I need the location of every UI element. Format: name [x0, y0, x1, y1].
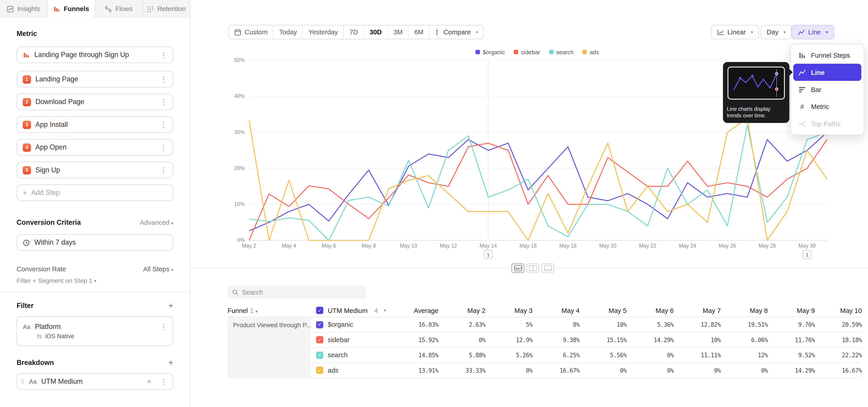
app-window: InsightsFunnelsFlowsRetention Metric Lan…	[0, 0, 868, 407]
chart-type-button[interactable]: Line ▾	[792, 25, 834, 39]
3m-range-button[interactable]: 3M	[388, 26, 409, 39]
funnel-step-landing-page[interactable]: 1Landing Page⋮	[17, 71, 173, 87]
series-name: ads	[328, 367, 338, 374]
menu-item-line[interactable]: Line	[793, 64, 861, 81]
search-input[interactable]	[242, 288, 362, 296]
day-value-cell: 12.9%	[486, 337, 532, 343]
x-axis-tick-label: May 14	[480, 243, 497, 249]
split-horizontal-view-button[interactable]	[512, 264, 524, 273]
tab-flows[interactable]: Flows	[95, 0, 143, 18]
series-checkbox[interactable]: ✓	[316, 367, 323, 374]
series-checkbox[interactable]: ✓	[316, 351, 323, 358]
kebab-menu-icon[interactable]: ⋮	[160, 75, 167, 83]
chart-only-view-button[interactable]	[541, 264, 554, 273]
kebab-menu-icon[interactable]: ⋮	[160, 378, 167, 385]
tab-insights[interactable]: Insights	[0, 0, 48, 18]
day-value-cell: 0%	[627, 352, 674, 358]
close-icon[interactable]: ×	[147, 378, 151, 385]
chevron-down-icon: ▾	[171, 221, 174, 226]
linear-label: Linear	[727, 28, 746, 36]
annotation-badge[interactable]: 1	[803, 250, 811, 259]
funnel-steps-list: 1Landing Page⋮2Download Page⋮3App Instal…	[17, 71, 173, 178]
chevron-down-icon: ▾	[751, 30, 753, 35]
day-column-header[interactable]: May 8	[721, 307, 768, 314]
kebab-menu-icon[interactable]: ⋮	[160, 98, 167, 105]
series-label-cell[interactable]: ✓$organic	[311, 321, 392, 328]
add-step-button[interactable]: + Add Step	[17, 185, 173, 201]
compare-button[interactable]: Compare ▾	[437, 25, 484, 39]
day-value-cell: 11.11%	[674, 352, 721, 358]
select-all-checkbox[interactable]: ✓	[316, 307, 323, 314]
series-checkbox[interactable]: ✓	[316, 321, 323, 328]
tab-retention[interactable]: Retention	[143, 0, 190, 18]
bar-chart-icon	[798, 86, 806, 93]
advanced-dropdown[interactable]: Advanced▾	[140, 219, 174, 226]
chevron-down-icon: ▾	[384, 308, 386, 313]
funnel-group-label: Product Viewed through P...	[233, 322, 311, 328]
add-breakdown-button[interactable]: +	[168, 358, 173, 367]
day-value-cell: 0%	[721, 367, 768, 374]
add-step-label: Add Step	[31, 189, 60, 196]
7d-range-button[interactable]: 7D	[344, 26, 364, 39]
funnel-steps-icon	[798, 51, 806, 59]
kebab-menu-icon[interactable]: ⋮	[160, 166, 167, 174]
custom-range-button[interactable]: Custom	[228, 26, 274, 39]
day-column-header[interactable]: May 4	[532, 307, 580, 314]
all-steps-dropdown[interactable]: All Steps▾	[143, 265, 173, 273]
funnel-step-app-install[interactable]: 3App Install⋮	[17, 116, 173, 133]
split-vertical-view-button[interactable]	[526, 264, 539, 273]
conversion-window-card[interactable]: Within 7 days	[17, 234, 173, 251]
tab-funnels[interactable]: Funnels	[48, 0, 95, 18]
filter-segment-dropdown[interactable]: Filter + Segment on Step 1▾	[17, 277, 173, 284]
6m-range-button[interactable]: 6M	[409, 26, 430, 39]
funnel-step-app-open[interactable]: 4App Open⋮	[17, 139, 173, 156]
plus-icon: +	[23, 189, 27, 197]
day-value-cell: 11.76%	[768, 337, 815, 343]
day-column-header[interactable]: May 3	[486, 307, 532, 314]
filter-item-platform[interactable]: Aa Platform ⋮ Is iOS Native	[17, 316, 173, 346]
menu-item-metric[interactable]: #Metric	[793, 98, 861, 115]
chart-line-sidebar[interactable]	[249, 139, 827, 240]
funnel-step-sign-up[interactable]: 5Sign Up⋮	[17, 162, 173, 178]
day-column-header[interactable]: May 6	[627, 307, 674, 314]
average-column-header[interactable]: Average	[391, 307, 438, 314]
day-value-cell: 16.67%	[532, 367, 580, 374]
annotation-badge[interactable]: 1	[484, 250, 493, 259]
query-builder-sidebar: Metric Landing Page through Sign Up ⋮ 1L…	[0, 18, 190, 407]
day-column-header[interactable]: May 7	[674, 307, 721, 314]
granularity-day-button[interactable]: Day ▾	[761, 25, 792, 39]
funnel-step-download-page[interactable]: 2Download Page⋮	[17, 94, 173, 110]
kebab-menu-icon[interactable]: ⋮	[160, 144, 167, 151]
kebab-menu-icon[interactable]: ⋮	[160, 323, 167, 330]
drag-handle-icon[interactable]: ⠿	[21, 378, 25, 385]
retention-icon	[147, 5, 154, 12]
breakdown-item-utm-medium[interactable]: ⠿ Aa UTM Medium × ⋮	[17, 373, 173, 390]
funnel-group-cell[interactable]: Product Viewed through P...	[228, 317, 311, 378]
average-value-cell: 13.91%	[391, 367, 438, 374]
menu-item-funnel-steps[interactable]: Funnel Steps	[793, 46, 861, 64]
30d-range-button[interactable]: 30D	[364, 26, 388, 39]
chevron-down-icon: ▾	[476, 30, 478, 35]
day-column-header[interactable]: May 10	[815, 307, 862, 314]
linear-scale-button[interactable]: Linear ▾	[711, 25, 759, 39]
day-column-header[interactable]: May 9	[768, 307, 815, 314]
series-label-cell[interactable]: ✓sidebar	[311, 336, 392, 344]
breakdown-column-header[interactable]: ✓UTM Medium4▾	[311, 307, 392, 314]
series-label-cell[interactable]: ✓search	[311, 351, 392, 359]
chart-line-search[interactable]	[249, 125, 827, 240]
metric-card[interactable]: Landing Page through Sign Up ⋮	[17, 46, 173, 63]
day-value-cell: 22.22%	[815, 352, 862, 358]
yesterday-range-button[interactable]: Yesterday	[303, 26, 344, 39]
day-column-header[interactable]: May 2	[438, 307, 486, 314]
chart-type-label: Line	[808, 28, 821, 36]
kebab-menu-icon[interactable]: ⋮	[160, 121, 167, 128]
today-range-button[interactable]: Today	[274, 26, 303, 39]
day-column-header[interactable]: May 5	[580, 307, 627, 314]
add-filter-button[interactable]: +	[168, 301, 173, 310]
series-checkbox[interactable]: ✓	[316, 336, 323, 343]
chevron-down-icon: ▾	[826, 30, 828, 35]
series-label-cell[interactable]: ✓ads	[311, 367, 392, 374]
menu-item-bar[interactable]: Bar	[793, 81, 861, 98]
kebab-menu-icon[interactable]: ⋮	[160, 51, 167, 59]
funnel-column-header[interactable]: Funnel1▾	[228, 307, 311, 314]
